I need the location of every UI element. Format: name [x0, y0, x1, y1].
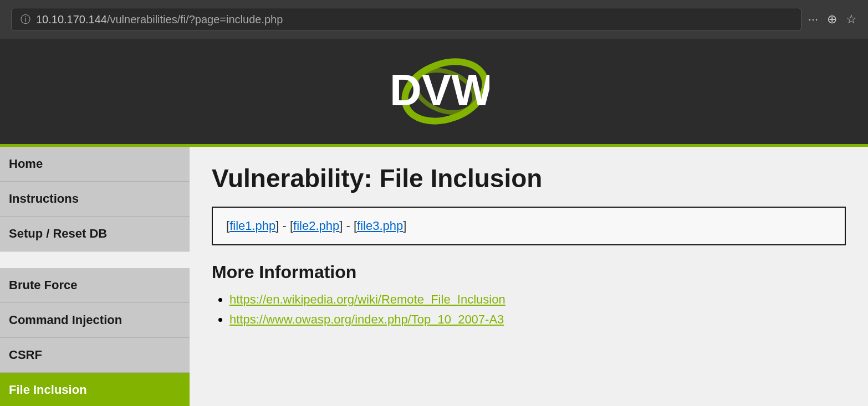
info-links-list: https://en.wikipedia.org/wiki/Remote_Fil…: [212, 292, 846, 327]
dvwa-logo-svg: DVWA: [379, 53, 489, 130]
dvwa-logo: DVWA: [379, 53, 489, 130]
sidebar-item-setup-reset-db[interactable]: Setup / Reset DB: [0, 217, 190, 251]
shield-icon[interactable]: ⊕: [827, 12, 837, 27]
info-list-item-2: https://www.owasp.org/index.php/Top_10_2…: [229, 312, 846, 327]
file-link-sep1: ] - [: [275, 219, 293, 233]
svg-text:DVWA: DVWA: [390, 65, 489, 115]
file1-link[interactable]: file1.php: [229, 219, 275, 233]
url-path: /vulnerabilities/fi/?page=include.php: [107, 13, 283, 25]
browser-chrome: ⓘ 10.10.170.144/vulnerabilities/fi/?page…: [0, 0, 868, 39]
url-text: 10.10.170.144/vulnerabilities/fi/?page=i…: [36, 13, 283, 26]
file2-link[interactable]: file2.php: [293, 219, 339, 233]
page-title: Vulnerability: File Inclusion: [212, 163, 846, 193]
more-info-title: More Information: [212, 262, 846, 282]
main-layout: Home Instructions Setup / Reset DB Brute…: [0, 147, 868, 406]
sidebar-spacer: [0, 251, 190, 268]
more-options-icon[interactable]: ···: [808, 12, 818, 27]
file3-link[interactable]: file3.php: [357, 219, 403, 233]
main-content: Vulnerability: File Inclusion [file1.php…: [190, 147, 868, 406]
dvwa-header: DVWA: [0, 39, 868, 147]
sidebar-item-csrf[interactable]: CSRF: [0, 338, 190, 373]
wikipedia-link[interactable]: https://en.wikipedia.org/wiki/Remote_Fil…: [229, 292, 506, 306]
file-link-sep2: ] - [: [339, 219, 357, 233]
sidebar-item-brute-force[interactable]: Brute Force: [0, 268, 190, 303]
address-bar[interactable]: ⓘ 10.10.170.144/vulnerabilities/fi/?page…: [11, 8, 801, 31]
sidebar-item-instructions[interactable]: Instructions: [0, 182, 190, 217]
url-host: 10.10.170.144: [36, 13, 107, 25]
sidebar-item-file-inclusion[interactable]: File Inclusion: [0, 373, 190, 406]
browser-actions: ··· ⊕ ☆: [808, 12, 857, 27]
info-list-item-1: https://en.wikipedia.org/wiki/Remote_Fil…: [229, 292, 846, 307]
info-icon: ⓘ: [21, 13, 30, 26]
bookmark-icon[interactable]: ☆: [846, 12, 857, 27]
file-links-box: [file1.php] - [file2.php] - [file3.php]: [212, 207, 846, 245]
owasp-link[interactable]: https://www.owasp.org/index.php/Top_10_2…: [229, 312, 504, 326]
sidebar-item-home[interactable]: Home: [0, 147, 190, 182]
sidebar: Home Instructions Setup / Reset DB Brute…: [0, 147, 190, 406]
sidebar-item-command-injection[interactable]: Command Injection: [0, 303, 190, 338]
file-link-bracket-close: ]: [403, 219, 406, 233]
